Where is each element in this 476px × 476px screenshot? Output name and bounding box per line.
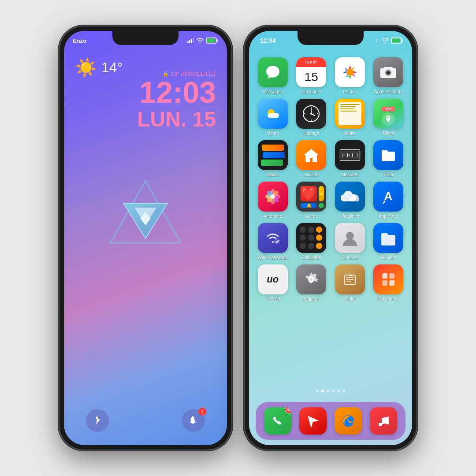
- calculette-label: Calculette: [301, 255, 321, 260]
- lock-bottom-bar: 1: [64, 409, 227, 432]
- wifi-status-icon: [197, 38, 204, 43]
- unc0ver-icon: uo: [258, 264, 288, 294]
- app-horloge[interactable]: Horloge: [294, 99, 329, 136]
- spark-icon: [299, 407, 327, 435]
- autres-label: Autres: [305, 214, 318, 219]
- flashlight-icon: [93, 416, 102, 425]
- app-autres[interactable]: ❤️ ⭐ 🔔 Autres: [294, 182, 329, 219]
- svg-point-23: [310, 113, 312, 115]
- home-battery-icon: [391, 37, 403, 44]
- messages-label: Messages: [263, 89, 283, 94]
- reglages-icon: [296, 264, 326, 294]
- weather-temp: 14°: [101, 60, 123, 76]
- home-signal-icon: [373, 38, 379, 43]
- app-photos[interactable]: Photos: [333, 57, 367, 94]
- battery-icon: [206, 37, 218, 44]
- horloge-label: Horloge: [304, 131, 319, 136]
- maison-icon: [296, 140, 326, 170]
- home-screen-bg: 12:04: [249, 31, 412, 445]
- plans-label: Plans: [383, 131, 394, 136]
- lock-date: LUN. 15: [137, 107, 216, 131]
- phone-icon: 35: [264, 407, 291, 435]
- app-contacts[interactable]: Contacts: [333, 223, 367, 260]
- notes-label: Notes: [344, 131, 356, 136]
- app-messages[interactable]: Messages: [256, 57, 290, 94]
- dot-1: [316, 390, 319, 392]
- app-appstore[interactable]: A App Store: [372, 182, 406, 219]
- status-carrier: Enzo: [73, 37, 86, 44]
- svg-text:A: A: [384, 190, 393, 203]
- app-onedrive[interactable]: OneDrive: [333, 182, 367, 219]
- filza-icon: [373, 140, 403, 170]
- messages-icon: [258, 57, 288, 87]
- lock-weather: ☀️ 14°: [75, 57, 123, 78]
- appstore-icon: A: [373, 182, 403, 212]
- dock-music[interactable]: [370, 407, 397, 435]
- contacts-icon: [335, 223, 365, 253]
- meteo-icon: [258, 99, 288, 129]
- phone-badge: 35: [285, 407, 291, 413]
- svg-rect-2: [191, 39, 192, 43]
- flashlight-button[interactable]: [86, 409, 109, 432]
- app-meteo[interactable]: Météo: [256, 99, 290, 136]
- filza-label: Filza: [384, 172, 393, 177]
- lock-time-area: 🔒 13° ENSOLEILLÉ 12:03 LUN. 15: [137, 71, 216, 131]
- app-wifi-passwords[interactable]: Wifi Passwords: [256, 223, 290, 260]
- raccourcis-icon: [373, 264, 403, 294]
- mesures-label: Mesures: [342, 172, 358, 177]
- fichiers-label: Fichiers: [381, 255, 396, 260]
- dot-3: [327, 390, 329, 392]
- svg-rect-0: [187, 41, 189, 43]
- svg-point-38: [271, 194, 275, 199]
- app-mesures[interactable]: Mesures: [333, 140, 367, 177]
- app-calendrier[interactable]: lundi 15 Calendrier: [294, 57, 329, 94]
- lock-time: 12:03: [137, 77, 216, 107]
- onedrive-label: OneDrive: [341, 214, 359, 219]
- dock-firefox[interactable]: [335, 407, 362, 435]
- app-unc0ver[interactable]: uo unc0ver: [256, 264, 290, 301]
- dock-phone[interactable]: 35: [264, 407, 291, 435]
- app-cydia[interactable]: Cydia: [333, 264, 367, 301]
- app-raccourcis[interactable]: Raccourcis: [372, 264, 406, 301]
- plans-icon: 280: [373, 99, 403, 129]
- onedrive-icon: [335, 182, 365, 212]
- svg-rect-12: [392, 39, 400, 43]
- app-plans[interactable]: 280 Plans: [372, 99, 406, 136]
- camera-label: Appareil photo: [374, 89, 403, 94]
- snapchat-badge: 1: [198, 408, 206, 416]
- page-dots: [249, 390, 412, 392]
- snapchat-button[interactable]: 1: [182, 409, 205, 432]
- anemone-icon: [258, 182, 288, 212]
- app-filza[interactable]: Filza: [372, 140, 406, 177]
- app-maison[interactable]: Maison: [294, 140, 329, 177]
- app-calculette[interactable]: Calculette: [294, 223, 329, 260]
- cydia-icon: [335, 264, 365, 294]
- app-reglages[interactable]: Réglages: [294, 264, 329, 301]
- svg-rect-42: [345, 275, 355, 285]
- app-camera[interactable]: Appareil photo: [372, 57, 406, 94]
- svg-rect-43: [382, 273, 387, 279]
- svg-point-49: [386, 421, 389, 424]
- photos-label: Photos: [343, 89, 357, 94]
- dock-spark[interactable]: [299, 407, 327, 435]
- app-wallet[interactable]: Wallet: [256, 140, 290, 177]
- snapchat-icon: [188, 415, 199, 426]
- fichiers-icon: [373, 223, 403, 253]
- app-notes[interactable]: Notes: [333, 99, 367, 136]
- svg-rect-13: [402, 40, 403, 42]
- mesures-icon: [335, 140, 365, 170]
- wifi-passwords-icon: [258, 223, 288, 253]
- notes-icon: [335, 99, 365, 129]
- reglages-label: Réglages: [302, 297, 320, 301]
- svg-point-41: [346, 232, 354, 240]
- photos-icon: [335, 57, 365, 87]
- app-fichiers[interactable]: Fichiers: [372, 223, 406, 260]
- appstore-label: App Store: [379, 214, 398, 219]
- home-status-time: 12:04: [258, 37, 276, 44]
- svg-rect-1: [189, 40, 190, 43]
- app-anemone[interactable]: Anemone: [256, 182, 290, 219]
- phone-homescreen: 12:04: [245, 26, 416, 450]
- svg-rect-5: [207, 39, 215, 43]
- meteo-label: Météo: [267, 131, 279, 136]
- calendrier-icon: lundi 15: [296, 57, 326, 87]
